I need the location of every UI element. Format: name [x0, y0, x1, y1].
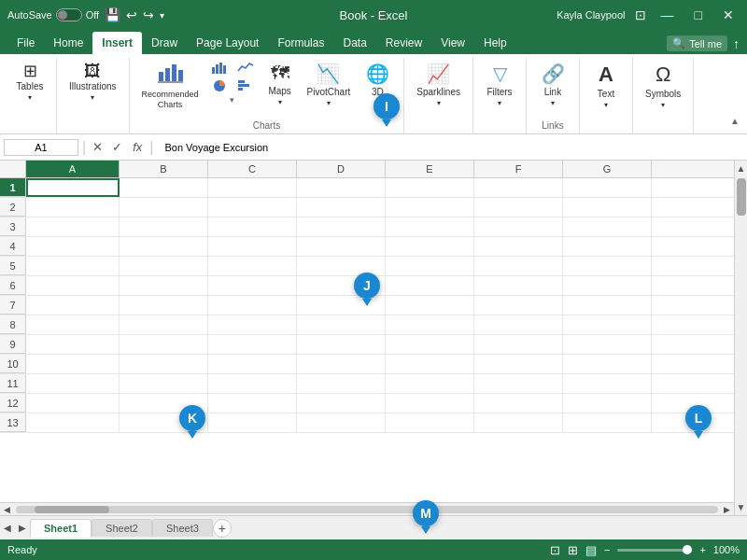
sheet-tab-sheet1[interactable]: Sheet1	[30, 519, 92, 538]
scroll-track-h[interactable]	[16, 506, 718, 513]
symbols-dropdown[interactable]: ▾	[661, 101, 665, 109]
tab-page-layout[interactable]: Page Layout	[187, 32, 268, 54]
zoom-out-button[interactable]: −	[604, 544, 610, 555]
pie-chart-button[interactable]	[207, 77, 232, 94]
col-header-d[interactable]: D	[297, 161, 386, 177]
col-header-b[interactable]: B	[120, 161, 208, 177]
col-header-a[interactable]: A	[26, 161, 120, 177]
sheet-tab-sheet2[interactable]: Sheet2	[92, 519, 152, 537]
cell-d1[interactable]	[297, 178, 386, 197]
maps-button[interactable]: 🗺 Maps ▾	[261, 60, 299, 109]
tab-help[interactable]: Help	[474, 32, 516, 54]
table-row: 4	[0, 237, 734, 257]
undo-icon[interactable]: ↩	[126, 7, 137, 22]
illustrations-dropdown[interactable]: ▾	[91, 93, 94, 102]
tab-insert[interactable]: Insert	[92, 32, 142, 54]
col-header-f[interactable]: F	[474, 161, 563, 177]
line-chart-button[interactable]	[233, 60, 258, 77]
page-layout-view-button[interactable]: ⊞	[568, 543, 578, 557]
symbols-button[interactable]: Ω Symbols ▾	[641, 60, 685, 112]
page-break-view-button[interactable]: ▤	[585, 543, 597, 557]
svg-rect-7	[219, 63, 222, 74]
text-dropdown[interactable]: ▾	[604, 101, 608, 109]
scroll-track-v[interactable]	[735, 176, 747, 499]
quick-access-more[interactable]: ▾	[160, 10, 164, 21]
share-icon[interactable]: ↑	[733, 36, 740, 51]
confirm-formula-button[interactable]: ✓	[109, 139, 125, 155]
pivotchart-dropdown[interactable]: ▾	[327, 99, 331, 107]
autosave-pill[interactable]	[56, 8, 82, 21]
3d-dropdown[interactable]: ▾	[375, 99, 379, 107]
minimize-button[interactable]: —	[655, 6, 680, 24]
zoom-slider[interactable]	[617, 549, 692, 552]
text-button[interactable]: A Text ▾	[587, 60, 625, 112]
sparklines-button[interactable]: 📈 Sparklines ▾	[412, 60, 465, 110]
tables-dropdown[interactable]: ▾	[28, 93, 32, 102]
cell-g1[interactable]	[563, 178, 652, 197]
vertical-scrollbar[interactable]: ▲ ▼	[734, 161, 747, 515]
zoom-level[interactable]: 100%	[713, 544, 740, 555]
link-icon: 🔗	[542, 63, 565, 85]
redo-icon[interactable]: ↪	[143, 7, 154, 22]
scroll-sheets-right[interactable]: ▶	[15, 523, 30, 533]
horizontal-scrollbar[interactable]: ◀ ▶	[0, 502, 734, 515]
tab-data[interactable]: Data	[333, 32, 375, 54]
zoom-thumb[interactable]	[683, 545, 692, 554]
tab-home[interactable]: Home	[44, 32, 92, 54]
autosave-toggle[interactable]: AutoSave Off	[7, 8, 99, 21]
scroll-left-button[interactable]: ◀	[0, 505, 14, 514]
sparklines-dropdown[interactable]: ▾	[437, 99, 441, 107]
maps-dropdown[interactable]: ▾	[278, 98, 282, 106]
bar-chart-button[interactable]	[233, 77, 258, 94]
link-button[interactable]: 🔗 Link ▾	[534, 60, 571, 110]
tab-formulas[interactable]: Formulas	[268, 32, 333, 54]
cell-f1[interactable]	[474, 178, 563, 197]
name-box[interactable]	[4, 139, 78, 156]
scroll-up-button[interactable]: ▲	[734, 161, 747, 176]
sheet-tab-sheet3[interactable]: Sheet3	[152, 519, 213, 537]
cancel-formula-button[interactable]: ✕	[90, 139, 106, 155]
tab-file[interactable]: File	[7, 32, 44, 54]
filters-button[interactable]: ▽ Filters ▾	[481, 60, 518, 110]
col-header-c[interactable]: C	[208, 161, 297, 177]
formula-input[interactable]	[161, 140, 743, 155]
add-sheet-button[interactable]: +	[213, 519, 232, 538]
recommended-charts-button[interactable]: RecommendedCharts	[137, 60, 204, 113]
link-dropdown[interactable]: ▾	[551, 99, 555, 107]
col-header-e[interactable]: E	[386, 161, 474, 177]
tab-review[interactable]: Review	[376, 32, 431, 54]
scroll-right-button[interactable]: ▶	[720, 505, 734, 514]
maximize-button[interactable]: □	[689, 6, 708, 24]
cell-e1[interactable]	[386, 178, 474, 197]
cell-a3[interactable]	[26, 217, 120, 236]
normal-view-button[interactable]: ⊡	[550, 543, 560, 557]
illustrations-button[interactable]: 🖼 Illustrations ▾	[64, 60, 121, 105]
save-icon[interactable]: 💾	[105, 7, 120, 22]
tab-draw[interactable]: Draw	[142, 32, 187, 54]
charts-more[interactable]: ▾	[207, 95, 258, 105]
tables-button[interactable]: ⊞ Tables ▾	[11, 60, 49, 105]
filters-dropdown[interactable]: ▾	[498, 99, 501, 107]
3d-button[interactable]: 🌐 3D ▾	[359, 60, 396, 110]
close-button[interactable]: ✕	[717, 6, 740, 24]
cell-a2[interactable]	[26, 198, 120, 217]
scroll-sheets-left[interactable]: ◀	[0, 523, 15, 533]
ribbon-expand-button[interactable]: ▲	[726, 114, 743, 128]
pivotchart-icon: 📉	[317, 63, 340, 85]
scroll-down-button[interactable]: ▼	[734, 499, 747, 515]
tab-view[interactable]: View	[431, 32, 474, 54]
cell-c1[interactable]	[208, 178, 297, 197]
ribbon-display-icon[interactable]: ⊡	[635, 7, 646, 22]
scroll-thumb-v[interactable]	[737, 178, 746, 216]
zoom-in-button[interactable]: +	[699, 544, 705, 555]
cell-a1[interactable]	[26, 178, 120, 197]
column-chart-button[interactable]	[207, 60, 232, 77]
col-header-g[interactable]: G	[563, 161, 652, 177]
svg-rect-0	[159, 72, 163, 81]
scroll-thumb-h[interactable]	[35, 506, 109, 513]
cell-b1[interactable]	[120, 178, 208, 197]
ribbon-group-illustrations: 🖼 Illustrations ▾	[57, 58, 130, 133]
table-row: 6	[0, 276, 734, 296]
pivotchart-button[interactable]: 📉 PivotChart ▾	[303, 60, 356, 110]
search-box[interactable]: 🔍 Tell me	[667, 35, 727, 51]
